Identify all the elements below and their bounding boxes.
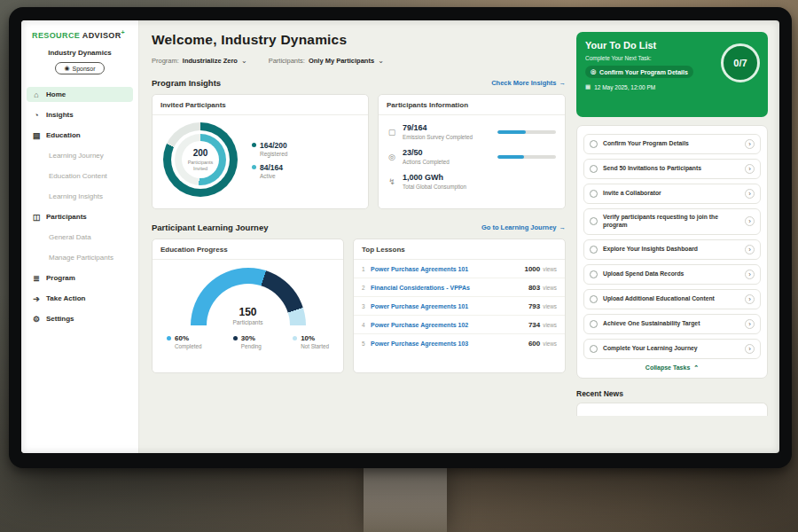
sidebar-item-label: Take Action (46, 294, 85, 302)
task-explore-insights[interactable]: Explore Your Insights Dashboard › (583, 239, 761, 260)
task-label: Upload Spend Data Records (603, 270, 739, 278)
lesson-views-label: views (543, 266, 557, 272)
lesson-row[interactable]: 1 Power Purchase Agreements 101 1000 vie… (354, 260, 565, 278)
task-checkbox[interactable] (590, 320, 598, 328)
task-upload-spend-data[interactable]: Upload Spend Data Records › (583, 264, 761, 285)
logo-plus: + (121, 29, 126, 35)
monitor-screen: RESOURCE ADVISOR+ Industry Dynamics ◉ Sp… (21, 20, 779, 453)
lesson-views-label: views (543, 340, 557, 347)
task-checkbox[interactable] (590, 345, 598, 353)
chevron-right-icon: › (745, 216, 755, 226)
stat-emission-survey: ▢ 79/164 Emission Survey Completed (379, 123, 565, 140)
task-checkbox[interactable] (590, 295, 598, 303)
participants-information-card: Participants Information ▢ 79/164 Emissi… (378, 94, 566, 209)
lesson-rank: 5 (362, 340, 371, 347)
legend-registered: 164/200 Registered (252, 141, 287, 157)
check-more-insights-link[interactable]: Check More Insights → (491, 79, 566, 87)
participants-filter[interactable]: Participants: Only My Participants ⌄ (269, 57, 384, 65)
todo-due-date: ▦ 12 May 2025, 12:00 PM (585, 83, 759, 90)
lesson-title-link[interactable]: Power Purchase Agreements 101 (371, 303, 528, 309)
calendar-icon: ▦ (585, 83, 591, 90)
check-more-insights-label: Check More Insights (491, 79, 556, 87)
participants-filter-value: Only My Participants (309, 57, 374, 65)
sidebar-item-manage-participants[interactable]: Manage Participants (27, 250, 133, 265)
task-verify-participants[interactable]: Verify participants requesting to join t… (583, 208, 761, 235)
app-logo: RESOURCE ADVISOR+ (21, 20, 138, 40)
sidebar-item-label: Insights (46, 111, 74, 119)
participants-icon: ◫ (32, 213, 41, 222)
sidebar-item-settings[interactable]: ⚙ Settings (27, 311, 133, 326)
sidebar-item-learning-insights[interactable]: Learning Insights (27, 189, 133, 204)
sidebar-item-program[interactable]: ≣ Program (27, 270, 133, 286)
sidebar-item-learning-journey[interactable]: Learning Journey (27, 148, 133, 163)
sidebar-item-insights[interactable]: ◔ Insights (27, 107, 133, 122)
todo-progress-value: 0/7 (733, 58, 747, 68)
go-to-learning-journey-link[interactable]: Go to Learning Journey → (481, 223, 566, 231)
task-invite-collaborator[interactable]: Invite a Collaborator › (583, 184, 761, 204)
completed-pct: 60% (175, 334, 189, 342)
lesson-rank: 3 (362, 303, 371, 309)
lesson-views: 734 (528, 321, 540, 329)
lesson-row[interactable]: 2 Financial Considerations - VPPAs 803 v… (354, 278, 565, 297)
gauge-center: 150 Participants (191, 306, 306, 325)
lesson-title-link[interactable]: Financial Considerations - VPPAs (371, 285, 528, 291)
legend-active: 84/164 Active (252, 163, 287, 179)
sidebar-item-education-content[interactable]: Education Content (27, 168, 133, 184)
active-value: 84/164 (260, 163, 283, 172)
task-achieve-sustainability-target[interactable]: Achieve One Sustainability Target › (583, 314, 761, 334)
lesson-title-link[interactable]: Power Purchase Agreements 102 (371, 322, 528, 328)
sidebar-item-label: Education (46, 131, 81, 139)
todo-tasks-card: Confirm Your Program Details › Send 50 I… (576, 125, 768, 379)
todo-next-task-label: Confirm Your Program Details (599, 69, 688, 75)
chevron-right-icon: › (745, 294, 755, 304)
todo-next-task[interactable]: ◎ Confirm Your Program Details (585, 66, 693, 78)
task-checkbox[interactable] (590, 246, 598, 254)
program-filter-label: Program: (152, 57, 179, 65)
task-checkbox[interactable] (590, 270, 598, 278)
sidebar-item-label: Learning Journey (49, 152, 104, 160)
task-checkbox[interactable] (590, 165, 598, 173)
sidebar-item-general-data[interactable]: General Data (27, 230, 133, 245)
stat-value: 79/164 (403, 123, 491, 132)
arrow-right-icon: → (559, 223, 567, 231)
sidebar-item-participants[interactable]: ◫ Participants (27, 209, 133, 224)
top-lessons-card: Top Lessons 1 Power Purchase Agreements … (353, 239, 566, 373)
task-send-invitations[interactable]: Send 50 Invitations to Participants › (583, 159, 761, 179)
sidebar-item-education[interactable]: ▤ Education (27, 128, 133, 143)
lesson-row[interactable]: 4 Power Purchase Agreements 102 734 view… (354, 316, 565, 334)
sidebar: RESOURCE ADVISOR+ Industry Dynamics ◉ Sp… (21, 20, 139, 453)
program-filter[interactable]: Program: Industrialize Zero ⌄ (152, 57, 247, 65)
recent-news-title: Recent News (576, 389, 768, 398)
participants-information-title: Participants Information (379, 95, 565, 115)
lesson-row[interactable]: 5 Power Purchase Agreements 103 600 view… (354, 334, 565, 353)
invited-count-label: Participants Invited (182, 160, 219, 172)
sidebar-item-take-action[interactable]: ➔ Take Action (27, 291, 133, 306)
logo-primary: RESOURCE (32, 31, 80, 40)
lesson-title-link[interactable]: Power Purchase Agreements 101 (371, 266, 524, 272)
not-started-dot (293, 336, 297, 340)
legend-pending: 30% Pending (233, 334, 262, 349)
sidebar-item-label: Education Content (49, 172, 107, 180)
chevron-right-icon: › (745, 245, 755, 254)
lesson-views: 600 (528, 340, 540, 348)
lesson-row[interactable]: 3 Power Purchase Agreements 101 793 view… (354, 297, 565, 316)
page-title: Welcome, Industry Dynamics (152, 32, 566, 48)
task-label: Upload Additional Educational Content (603, 295, 739, 303)
program-insights-title: Program Insights (152, 78, 221, 88)
task-checkbox[interactable] (590, 190, 598, 198)
collapse-tasks-link[interactable]: Collapse Tasks ⌃ (583, 364, 761, 372)
check-circle-icon: ◎ (591, 68, 596, 75)
org-name: Industry Dynamics (21, 49, 138, 57)
task-checkbox[interactable] (590, 140, 598, 148)
sidebar-item-home[interactable]: ⌂ Home (27, 87, 133, 102)
education-progress-title: Education Progress (153, 239, 343, 260)
pending-label: Pending (241, 343, 262, 349)
task-label: Send 50 Invitations to Participants (603, 165, 739, 173)
lesson-rank: 2 (362, 285, 371, 291)
lesson-title-link[interactable]: Power Purchase Agreements 103 (371, 340, 528, 347)
task-checkbox[interactable] (590, 217, 598, 225)
task-complete-learning-journey[interactable]: Complete Your Learning Journey › (583, 339, 761, 359)
task-confirm-program-details[interactable]: Confirm Your Program Details › (583, 134, 761, 154)
sponsor-badge[interactable]: ◉ Sponsor (55, 62, 104, 74)
task-upload-educational-content[interactable]: Upload Additional Educational Content › (583, 289, 761, 309)
